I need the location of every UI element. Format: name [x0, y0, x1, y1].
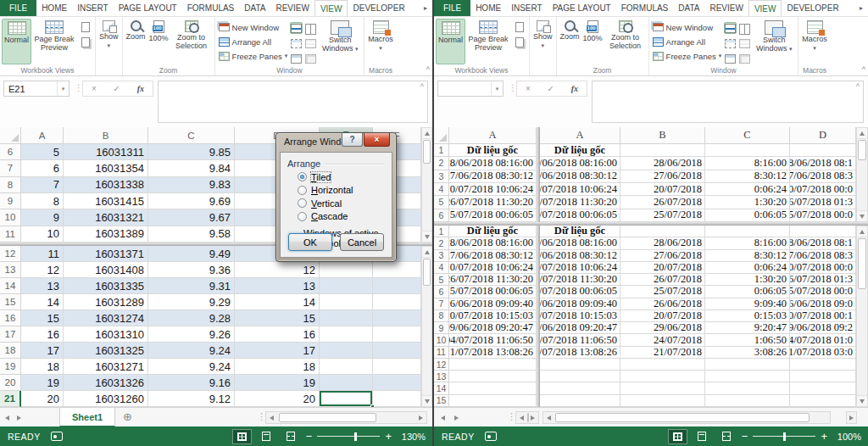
zoom-100-button[interactable]: 100% [147, 19, 170, 64]
row-header-18[interactable]: 18 [0, 343, 21, 359]
cell-pane2-b13[interactable] [620, 371, 705, 382]
cell-pane2-a8[interactable]: 20/07/2018 10:15:03 [540, 310, 620, 322]
cell-pane2-d4[interactable]: 20/07/2018 00:0 [790, 262, 856, 274]
cell-e13[interactable] [320, 262, 373, 278]
cell-a17[interactable]: 16 [21, 326, 64, 343]
cell-pane1-a12[interactable] [449, 359, 537, 371]
cell-e20[interactable] [320, 375, 373, 391]
cell-c16[interactable]: 9.28 [148, 310, 235, 326]
cell-pane2-b12[interactable] [620, 359, 705, 371]
confirm-entry-icon[interactable]: ✓ [114, 84, 120, 93]
freeze-panes-button[interactable]: Freeze Panes ▾ [217, 49, 290, 63]
cell-pane2-a9[interactable]: 09/06/2018 09:20:47 [540, 322, 620, 334]
cell-pane2-a7[interactable]: 26/06/2018 09:09:40 [540, 298, 620, 310]
cell-d14[interactable]: 13 [235, 278, 320, 294]
arrange-all-button[interactable]: Arrange All [651, 35, 724, 48]
row-header-3[interactable]: 3 [434, 170, 449, 183]
scroll-up-button[interactable] [857, 128, 867, 139]
formula-bar-input[interactable]: ^ [158, 81, 428, 123]
cell-d13[interactable]: 12 [235, 262, 320, 278]
cell-f17[interactable] [373, 326, 421, 343]
cell-pane1-a15[interactable] [449, 395, 537, 407]
cell-pane1-a2[interactable]: 28/06/2018 08:16:00 [449, 237, 537, 249]
vertical-scrollbar[interactable] [856, 226, 868, 407]
scroll-right-button[interactable] [527, 412, 538, 423]
new-window-button[interactable]: New Window [217, 20, 290, 34]
cell-c7[interactable]: 9.84 [148, 160, 235, 176]
cell-pane2-d6[interactable]: 25/07/2018 00:0 [790, 286, 856, 298]
collapse-formula-bar-icon[interactable]: ^ [856, 82, 860, 91]
scroll-up-button[interactable] [422, 247, 431, 258]
cell-pane2-c5[interactable]: 1:30:20 [705, 196, 790, 209]
macros-button[interactable]: Macros ▾ [366, 19, 395, 64]
macros-button[interactable]: Macros ▾ [800, 19, 829, 64]
row-header-1[interactable]: 1 [434, 226, 449, 237]
scroll-down-button[interactable] [422, 231, 431, 242]
scroll-right-button[interactable] [846, 411, 857, 424]
cell-b13[interactable]: 16031408 [64, 262, 148, 278]
cell-a7[interactable]: 6 [21, 160, 64, 176]
cell-pane2-d5[interactable]: 26/07/2018 01:3 [790, 274, 856, 286]
cell-pane2-d15[interactable] [790, 395, 856, 407]
cell-pane2-c4[interactable]: 0:06:24 [705, 262, 790, 274]
cell-pane2-a6[interactable]: 15/07/2018 00:06:05 [540, 286, 620, 298]
scrollbar-thumb[interactable] [279, 413, 376, 422]
scroll-up-button[interactable] [422, 128, 431, 139]
zoom-slider[interactable] [317, 432, 380, 442]
new-window-button[interactable]: New Window [651, 20, 724, 34]
cell-d17[interactable]: 16 [235, 326, 320, 343]
zoom-slider-thumb[interactable] [354, 432, 357, 441]
row-header-3[interactable]: 3 [434, 250, 449, 262]
page-layout-view-button[interactable] [513, 21, 526, 33]
row-header-4[interactable]: 4 [434, 183, 449, 196]
row-header-4[interactable]: 4 [434, 262, 449, 274]
hide-window-button[interactable] [290, 37, 303, 49]
scroll-up-button[interactable] [857, 226, 867, 237]
cell-a9[interactable]: 8 [21, 193, 64, 209]
cell-c12[interactable]: 9.49 [148, 246, 235, 262]
cell-pane1-a6[interactable]: 15/07/2018 00:06:05 [449, 209, 537, 222]
cell-pane2-b2[interactable]: 28/06/2018 [620, 157, 705, 170]
cell-pane2-d4[interactable]: 20/07/2018 00:0 [790, 183, 856, 196]
cell-a21[interactable]: 20 [21, 391, 64, 407]
cell-b19[interactable]: 16031271 [64, 359, 148, 375]
row-header-7[interactable]: 7 [434, 298, 449, 310]
tab-overflow-icon[interactable]: ▸ [424, 0, 432, 16]
ribbon-tab-insert[interactable]: INSERT [72, 0, 114, 16]
cell-pane2-a1[interactable]: Dữ liệu gốc [540, 226, 620, 237]
name-box[interactable]: E21 ▾ [3, 81, 70, 97]
cell-pane2-c6[interactable]: 0:06:05 [705, 209, 790, 222]
name-box-dropdown-icon[interactable]: ▾ [57, 81, 69, 96]
reset-window-position-button[interactable] [304, 53, 317, 64]
column-header-pane1-a[interactable]: A [449, 127, 537, 144]
ribbon-tab-data[interactable]: DATA [239, 0, 270, 16]
scroll-left-button[interactable] [543, 412, 554, 423]
unhide-window-button[interactable] [290, 53, 303, 64]
cell-pane2-a13[interactable] [540, 371, 620, 382]
cell-pane2-a3[interactable]: 27/06/2018 08:30:12 [540, 250, 620, 262]
scroll-down-button[interactable] [857, 395, 867, 406]
cell-pane2-b6[interactable]: 25/07/2018 [620, 286, 705, 298]
cell-a20[interactable]: 19 [21, 375, 64, 391]
row-header-16[interactable]: 16 [0, 310, 21, 326]
page-break-shortcut[interactable] [717, 429, 737, 444]
cell-a6[interactable]: 5 [21, 144, 64, 160]
split-button[interactable] [724, 22, 737, 34]
cell-pane2-a1[interactable]: Dữ liệu gốc [540, 144, 620, 157]
insert-function-icon[interactable]: fx [571, 84, 578, 93]
cell-c10[interactable]: 9.67 [148, 209, 235, 226]
close-button[interactable]: × [364, 133, 390, 147]
cell-pane1-a11[interactable]: 21/07/2018 13:08:26 [449, 347, 537, 359]
cell-c8[interactable]: 9.83 [148, 177, 235, 193]
ribbon-tab-formulas[interactable]: FORMULAS [182, 0, 240, 16]
zoom-button[interactable]: Zoom [125, 19, 147, 64]
cell-pane2-c5[interactable]: 1:30:20 [705, 274, 790, 286]
sheet-nav-right-icon[interactable] [17, 414, 25, 422]
cell-pane2-b10[interactable]: 24/07/2018 [620, 334, 705, 346]
help-button[interactable]: ? [342, 133, 363, 147]
cell-pane1-a1[interactable]: Dữ liệu gốc [449, 144, 537, 157]
cell-pane2-d2[interactable]: 28/06/2018 08:1 [790, 157, 856, 170]
synchronous-scrolling-button[interactable] [738, 37, 751, 49]
cell-e16[interactable] [320, 310, 373, 326]
cell-pane2-b5[interactable]: 26/07/2018 [620, 196, 705, 209]
